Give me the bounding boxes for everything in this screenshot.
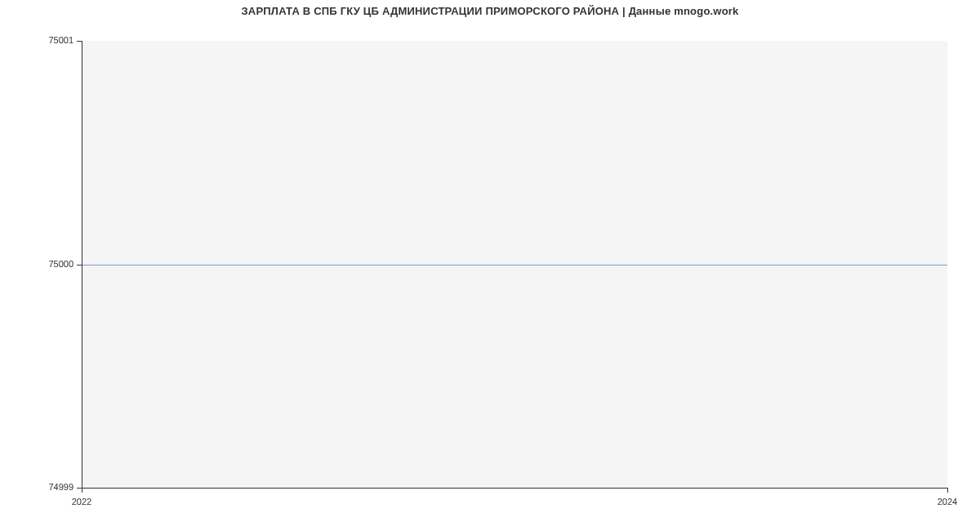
y-axis-spine [82,41,82,488]
ytick-mark [77,265,82,266]
ytick-label-mid: 75000 [24,259,74,269]
ytick-mark [77,41,82,42]
xtick-mark [947,488,948,493]
xtick-label-right: 2024 [923,497,972,506]
chart-title: ЗАРПЛАТА В СПБ ГКУ ЦБ АДМИНИСТРАЦИИ ПРИМ… [0,5,980,17]
data-line [82,265,947,266]
x-axis-spine [82,488,947,489]
ytick-label-top: 75001 [24,35,74,45]
ytick-label-bot: 74999 [24,482,74,492]
chart-container: ЗАРПЛАТА В СПБ ГКУ ЦБ АДМИНИСТРАЦИИ ПРИМ… [0,0,980,531]
xtick-label-left: 2022 [57,497,106,506]
xtick-mark [82,488,82,493]
